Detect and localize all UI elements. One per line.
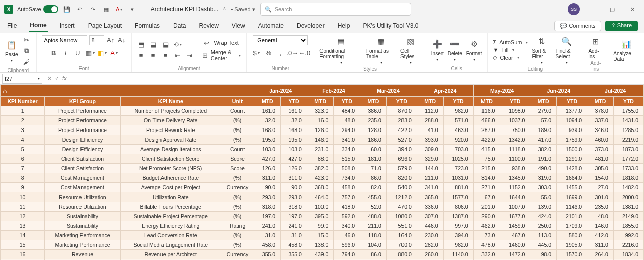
cell-value[interactable]: 41.0: [417, 125, 443, 135]
table-row[interactable]: 12 Sustainability Sustainable Project Pe…: [1, 212, 644, 221]
cell-value[interactable]: 1733.0: [613, 164, 643, 173]
cell-value[interactable]: 46.0: [334, 231, 360, 240]
cell-value[interactable]: 215.0: [473, 164, 500, 173]
cell-styles-button[interactable]: ▧Cell Styles▾: [400, 35, 421, 65]
currency-icon[interactable]: $: [252, 48, 261, 57]
cell-value[interactable]: 341.0: [417, 183, 443, 192]
align-left-icon[interactable]: ≡: [137, 51, 146, 60]
cell-value[interactable]: 393.0: [417, 135, 443, 145]
cell-value[interactable]: 181.0: [360, 154, 387, 164]
cell-value[interactable]: 75.0: [473, 154, 500, 164]
cell-value[interactable]: 422.0: [386, 125, 417, 135]
maximize-icon[interactable]: ▢: [605, 2, 620, 17]
delete-button[interactable]: ➖Delete▾: [448, 38, 462, 62]
cell-value[interactable]: 1100.0: [500, 154, 530, 164]
align-top-icon[interactable]: ⬒: [137, 40, 146, 49]
col-month[interactable]: Jan-2024: [254, 85, 307, 97]
cell-unit[interactable]: Rating: [221, 221, 254, 231]
cell-kpi-number[interactable]: 6: [1, 154, 45, 164]
cell-value[interactable]: 2101.0: [557, 212, 587, 221]
cell-unit[interactable]: (%): [221, 173, 254, 183]
cell-value[interactable]: 103.0: [281, 145, 307, 154]
cancel-formula-icon[interactable]: ✕: [47, 75, 52, 82]
font-color-qat-icon[interactable]: A: [115, 5, 124, 14]
cell-value[interactable]: 1098.0: [500, 106, 530, 116]
comments-button[interactable]: 💬 Comments: [554, 21, 601, 31]
cell-value[interactable]: 992.0: [613, 231, 643, 240]
cell-value[interactable]: 168.0: [254, 125, 281, 135]
cell-value[interactable]: 235.0: [587, 202, 614, 212]
cell-value[interactable]: 195.0: [281, 135, 307, 145]
col-month[interactable]: Feb-2024: [307, 85, 360, 97]
cell-value[interactable]: 103.0: [254, 145, 281, 154]
cell-kpi-group[interactable]: Design Efficiency: [45, 135, 121, 145]
sort-filter-button[interactable]: ⇅Sort & Filter▾: [532, 35, 551, 65]
cell-value[interactable]: 271.0: [473, 183, 500, 192]
find-select-button[interactable]: 🔍Find & Select▾: [555, 35, 578, 65]
table-row[interactable]: 11 Resource Utilization Billable Hours P…: [1, 202, 644, 212]
cell-value[interactable]: 16.0: [307, 116, 334, 125]
cell-value[interactable]: 1212.0: [386, 192, 417, 202]
insert-button[interactable]: ➕Insert▾: [431, 38, 444, 62]
cell-kpi-group[interactable]: Client Satisfaction: [45, 164, 121, 173]
table-row[interactable]: 3 Project Performance Project Rework Rat…: [1, 125, 644, 135]
tab-home[interactable]: Home: [29, 20, 47, 32]
cell-value[interactable]: 540.0: [386, 183, 417, 192]
autosum-button[interactable]: Σ AutoSum: [493, 39, 528, 45]
cell-value[interactable]: 52.0: [360, 202, 387, 212]
table-row[interactable]: 14 Marketing Performance Lead Conversion…: [1, 231, 644, 240]
cell-value[interactable]: 1482.0: [613, 183, 643, 192]
fx-icon[interactable]: fx: [62, 75, 67, 82]
autosave-toggle[interactable]: AutoSave: [17, 5, 58, 13]
table-row[interactable]: 1 Project Performance Number of Projects…: [1, 106, 644, 116]
cell-value[interactable]: 311.0: [281, 173, 307, 183]
cell-value[interactable]: 423.0: [307, 173, 334, 183]
cell-value[interactable]: 386.0: [360, 106, 387, 116]
col-month[interactable]: Jun-2024: [530, 85, 587, 97]
cell-value[interactable]: 201.0: [473, 202, 500, 212]
grow-font-icon[interactable]: A↑: [106, 35, 115, 44]
cell-value[interactable]: 938.0: [500, 164, 530, 173]
cell-value[interactable]: 2216.0: [613, 240, 643, 250]
cell-unit[interactable]: Currency: [221, 183, 254, 192]
cell-value[interactable]: 118.0: [360, 231, 387, 240]
cell-value[interactable]: 1080.0: [386, 212, 417, 221]
cell-value[interactable]: 365.0: [417, 192, 443, 202]
cell-kpi-name[interactable]: Average Design Iterations: [120, 145, 221, 154]
bold-icon[interactable]: B: [49, 48, 58, 57]
cell-value[interactable]: 870.0: [386, 106, 417, 116]
col-kpi-name[interactable]: KPI Name: [120, 97, 221, 106]
cell-value[interactable]: 382.0: [530, 145, 557, 154]
cell-value[interactable]: 126.0: [307, 125, 334, 135]
col-mtd[interactable]: MTD: [254, 97, 281, 106]
cell-value[interactable]: 197.0: [254, 212, 281, 221]
user-avatar[interactable]: SS: [568, 3, 580, 15]
cell-kpi-name[interactable]: Lead Conversion Rate: [120, 231, 221, 240]
cell-value[interactable]: 138.0: [307, 240, 334, 250]
col-month[interactable]: Jul-2024: [587, 85, 644, 97]
cell-value[interactable]: 515.0: [334, 154, 360, 164]
cell-value[interactable]: 1664.0: [557, 173, 587, 183]
align-middle-icon[interactable]: ⬓: [149, 40, 158, 49]
analyze-data-button[interactable]: 📊Analyze Data: [613, 38, 639, 62]
font-size-select[interactable]: [89, 35, 104, 45]
col-ytd[interactable]: YTD: [443, 97, 473, 106]
cell-value[interactable]: 98.0: [530, 250, 557, 259]
tab-page-layout[interactable]: Page Layout: [87, 20, 123, 31]
cell-unit[interactable]: (%): [221, 240, 254, 250]
table-row[interactable]: 10 Resource Utilization Utilization Rate…: [1, 192, 644, 202]
cell-value[interactable]: 881.0: [443, 183, 473, 192]
cell-value[interactable]: 982.0: [443, 106, 473, 116]
cell-value[interactable]: 2219.0: [613, 135, 643, 145]
cell-value[interactable]: 27.0: [587, 183, 614, 192]
cell-value[interactable]: 378.0: [587, 106, 614, 116]
cell-value[interactable]: 329.0: [417, 154, 443, 164]
cell-value[interactable]: 346.0: [587, 125, 614, 135]
cell-unit[interactable]: Currency: [221, 250, 254, 259]
cell-unit[interactable]: (%): [221, 116, 254, 125]
cell-value[interactable]: 355.0: [254, 250, 281, 259]
cell-value[interactable]: 31.0: [281, 231, 307, 240]
table-row[interactable]: 7 Client Satisfaction Net Promoter Score…: [1, 164, 644, 173]
borders-qat-icon[interactable]: ▦: [102, 5, 111, 14]
tab-formulas[interactable]: Formulas: [134, 20, 161, 31]
